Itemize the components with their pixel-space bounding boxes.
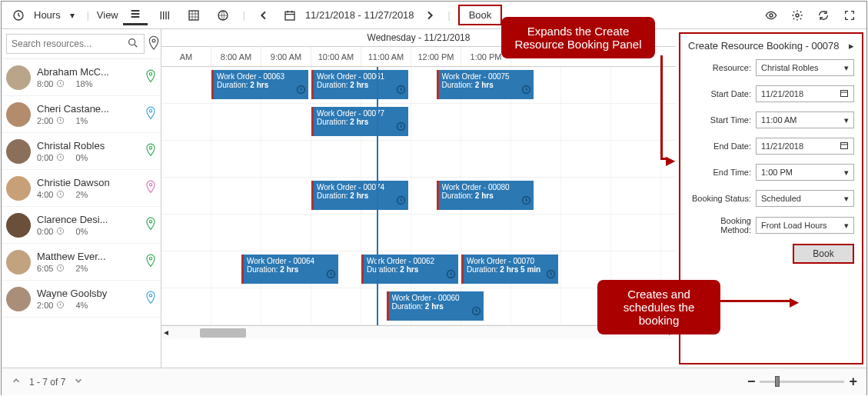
clock-icon [521,85,531,97]
pin-icon[interactable] [145,106,156,122]
work-order-task[interactable]: Work Order - 00080 Duration: 2 hrs [437,181,534,210]
task-title: Work Order - 00077 [317,109,405,118]
mode-dropdown-icon[interactable]: ▾ [65,7,79,24]
schedule-row[interactable]: Work Order - 00074 Duration: 2 hrs Work … [161,178,676,215]
schedule-row[interactable]: Work Order - 00077 Duration: 2 hrs [161,104,676,141]
scroll-left-icon[interactable]: ◂ [164,327,168,338]
grid-cell [561,141,611,177]
fullscreen-icon[interactable] [839,6,860,25]
task-duration: Duration: 2 hrs [442,191,530,200]
next-icon[interactable] [419,6,441,25]
svg-point-11 [149,110,151,112]
work-order-task[interactable]: Work Order - 00077 Duration: 2 hrs [311,107,408,136]
startdate-value: 11/21/2018 [761,89,803,98]
starttime-label: Start Time: [688,115,756,125]
resource-item[interactable]: Matthew Ever... 6:05 2% [2,244,161,281]
pin-icon[interactable] [145,217,156,233]
schedule-row[interactable] [161,215,676,251]
pin-icon[interactable] [145,143,156,159]
grid-cell [261,178,311,214]
pin-icon[interactable] [145,180,156,196]
zoom-out-icon[interactable]: − [747,374,756,390]
work-order-task[interactable]: Work Order - 00075 Duration: 2 hrs [437,70,534,99]
book-button[interactable]: Book [458,5,503,25]
time-column-header: 11:00 AM [361,47,411,66]
resource-item[interactable]: Wayne Goolsby 2:00 4% [2,281,161,318]
mode-icon[interactable] [8,6,29,25]
clock-icon [56,116,65,126]
refresh-icon[interactable] [813,6,834,25]
view-globe-icon[interactable] [211,6,235,25]
grid-cell [161,141,211,177]
panel-collapse-icon[interactable]: ▸ [849,40,854,52]
startdate-field[interactable]: 11/21/2018 [756,85,854,102]
pin-filter-icon[interactable] [148,35,160,53]
pin-icon[interactable] [145,291,156,307]
mode-label: Hours [34,9,61,21]
search-input[interactable] [6,34,145,54]
clock-icon [396,121,406,134]
grid-cell [561,178,611,214]
starttime-field[interactable]: 11:00 AM▾ [756,111,854,128]
resource-item[interactable]: Clarence Desi... 0:00 0% [2,207,161,244]
grid-cell [461,141,511,177]
work-order-task[interactable]: Work Order - 00074 Duration: 2 hrs [311,181,408,210]
eye-icon[interactable] [760,6,782,25]
prev-icon[interactable] [253,6,274,25]
scroll-thumb[interactable] [200,328,246,338]
svg-rect-33 [841,143,848,149]
zoom-slider[interactable] [760,381,844,383]
grid-cell [411,104,461,140]
arrow-head-icon: ▶ [666,153,675,168]
work-order-task[interactable]: Work Order - 00070 Duration: 2 hrs 5 min [461,255,558,284]
resource-name: Clarence Desi... [37,214,145,225]
endtime-field[interactable]: 1:00 PM▾ [756,164,854,181]
resource-item[interactable]: Christal Robles 0:00 0% [2,133,161,170]
resource-item[interactable]: Cheri Castane... 2:00 1% [2,96,161,133]
pin-icon[interactable] [145,254,156,270]
resource-pct: 2% [75,190,88,199]
work-order-task[interactable]: Work Order - 00061 Duration: 2 hrs [311,70,408,99]
grid-cell [261,215,311,251]
method-field[interactable]: Front Load Hours▾ [756,217,854,234]
svg-point-21 [149,295,151,297]
resource-info: Cheri Castane... 2:00 1% [37,103,145,126]
calendar-icon[interactable] [279,6,301,25]
search-field[interactable] [12,38,127,49]
grid-cell [211,178,261,214]
enddate-label: End Date: [688,141,756,151]
grid-cell [311,288,361,324]
enddate-field[interactable]: 11/21/2018 [756,138,854,155]
status-field[interactable]: Scheduled▾ [756,190,854,207]
zoom-thumb[interactable] [775,376,780,387]
grid-cell [161,104,211,140]
work-order-task[interactable]: Work Order - 00060 Duration: 2 hrs [387,291,484,321]
panel-book-button[interactable]: Book [793,244,854,264]
resource-hours: 2:00 [37,116,53,125]
zoom-in-icon[interactable]: + [849,374,857,390]
arrow-head-icon: ▶ [790,295,799,309]
search-icon[interactable] [127,37,139,52]
work-order-task[interactable]: Work Order - 00064 Duration: 2 hrs [241,255,338,284]
schedule-row[interactable]: Work Order - 00063 Duration: 2 hrs Work … [161,67,676,104]
pin-icon[interactable] [145,69,156,85]
gear-icon[interactable] [787,6,808,25]
resource-item[interactable]: Christie Dawson 4:00 2% [2,170,161,207]
resource-field[interactable]: Christal Robles▾ [756,59,854,76]
task-title: Work Order - 00061 [317,72,405,81]
page-next-icon[interactable] [73,375,84,388]
view-columns-icon[interactable] [152,6,177,25]
status-value: Scheduled [761,194,801,203]
svg-point-15 [149,184,151,186]
resource-info: Christie Dawson 4:00 2% [37,177,145,200]
view-list-icon[interactable] [123,5,148,25]
schedule-row[interactable] [161,141,676,178]
footer: 1 - 7 of 7 − + [2,368,866,395]
work-order-task[interactable]: Work Order - 00063 Duration: 2 hrs [211,70,308,99]
page-prev-icon[interactable] [11,375,22,388]
resource-item[interactable]: Abraham McC... 8:00 18% [2,59,161,96]
grid-cell [161,215,211,251]
resource-name: Abraham McC... [37,66,145,78]
work-order-task[interactable]: Work Order - 00062 Duration: 2 hrs [361,255,458,284]
view-grid-icon[interactable] [181,6,206,25]
